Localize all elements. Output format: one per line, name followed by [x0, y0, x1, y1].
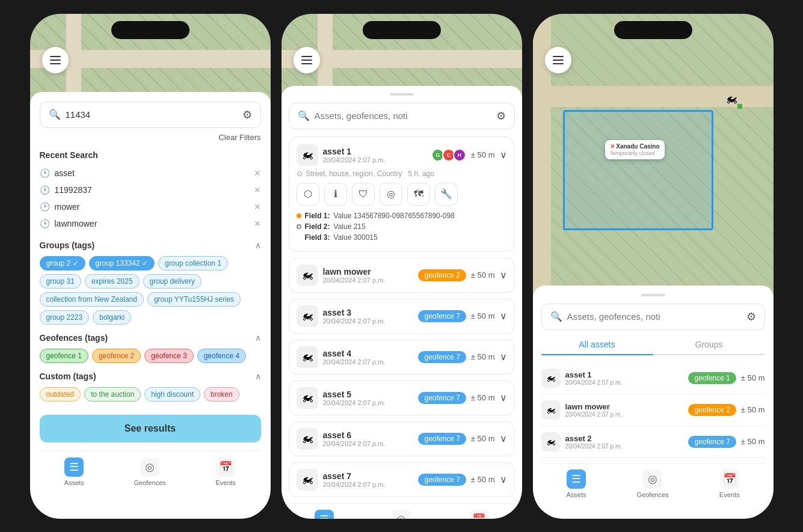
tag-group-collection1[interactable]: group collection 1 — [158, 256, 228, 271]
mini-name-lawnmower: lawn mower — [565, 402, 623, 411]
search-input-1[interactable] — [66, 109, 238, 120]
asset5-name: asset 5 — [323, 390, 386, 399]
asset6-expand[interactable]: ∨ — [500, 433, 507, 444]
nav-assets-label-1: Assets — [64, 479, 84, 486]
tag-collection-nz[interactable]: collection from New Zealand — [40, 292, 144, 307]
remove-recent-1[interactable]: ✕ — [254, 168, 261, 178]
tag-group-delivery[interactable]: group delivery — [143, 274, 202, 289]
action-target[interactable]: ◎ — [380, 183, 402, 206]
action-topology[interactable]: ⬡ — [297, 183, 319, 206]
groups-title: Groups (tags) — [40, 240, 95, 250]
nav-events-1[interactable]: 📅 Events — [215, 457, 236, 486]
lawnmower-geofence: geofence 2 — [418, 269, 466, 281]
nav-geofences-2[interactable]: ◎ Geofences — [386, 510, 417, 519]
remove-recent-3[interactable]: ✕ — [254, 202, 261, 212]
asset5-expand[interactable]: ∨ — [500, 392, 507, 403]
tag-expires2025[interactable]: expires 2025 — [85, 274, 140, 289]
field-row-2: Field 2: Value 215 — [297, 222, 507, 231]
asset1-expand[interactable]: ∨ — [500, 149, 507, 161]
clear-filters-btn[interactable]: Clear Filters — [40, 133, 261, 142]
custom-tags: outdated to the auction high discount br… — [40, 387, 261, 402]
result-asset5: 🏍 asset 5 20/04/2024 2:07 p.m. geofence … — [289, 381, 515, 415]
asset3-expand[interactable]: ∨ — [500, 310, 507, 322]
action-wrench[interactable]: 🔧 — [435, 183, 458, 206]
pull-handle-2 — [390, 93, 414, 96]
nav-events-icon-1: 📅 — [216, 457, 235, 477]
nav-events-3[interactable]: 📅 Events — [719, 469, 740, 498]
groups-section-header: Groups (tags) ∧ — [40, 240, 261, 250]
nav-events-2[interactable]: 📅 Events — [469, 510, 489, 519]
tag-group133342[interactable]: group 133342 ✓ — [89, 256, 155, 271]
tag-broken[interactable]: broken — [204, 387, 239, 402]
menu-button-2[interactable] — [294, 47, 320, 73]
geofences-chevron[interactable]: ∧ — [255, 333, 261, 343]
tag-geofence2[interactable]: geofence 2 — [92, 349, 141, 363]
tag-high-discount[interactable]: high discount — [144, 387, 200, 402]
tag-bolgarki[interactable]: bolgarki — [93, 310, 131, 325]
mini-accuracy-lawnmower: ± 50 m — [741, 405, 765, 414]
tab-groups[interactable]: Groups — [653, 335, 765, 354]
search-input-2[interactable] — [315, 111, 491, 121]
nav-assets-3[interactable]: ☰ Assets — [567, 469, 586, 498]
asset3-icon: 🏍 — [297, 305, 318, 327]
filter-icon-1[interactable]: ⚙ — [242, 108, 252, 121]
menu-button-3[interactable] — [545, 47, 571, 73]
action-shield[interactable]: 🛡 — [352, 183, 375, 206]
custom-chevron[interactable]: ∧ — [255, 371, 261, 381]
mini-icon-asset2: 🏍 — [541, 432, 561, 451]
tab-all-assets[interactable]: All assets — [541, 335, 653, 355]
asset7-geofence: geofence 7 — [418, 474, 466, 486]
nav-events-icon-2: 📅 — [469, 510, 488, 519]
bottom-nav-2: ☰ Assets ◎ Geofences 📅 Events — [289, 503, 515, 519]
asset7-expand[interactable]: ∨ — [500, 474, 507, 485]
bottom-search-panel: 🔍 ⚙ All assets Groups 🏍 asset 1 20/04/20… — [533, 286, 774, 519]
hamburger-icon-2 — [301, 56, 312, 64]
field2-label: Field 2: — [305, 222, 330, 231]
nav-assets-icon-2: ☰ — [315, 510, 334, 519]
tag-outdated[interactable]: outdated — [40, 387, 81, 402]
search-input-3[interactable] — [567, 311, 742, 322]
nav-geofences-3[interactable]: ◎ Geofences — [637, 469, 669, 498]
result-asset3: 🏍 asset 3 20/04/2024 2:07 p.m. geofence … — [289, 299, 515, 334]
remove-recent-4[interactable]: ✕ — [254, 219, 261, 228]
action-info[interactable]: ℹ — [324, 183, 347, 206]
filter-icon-2[interactable]: ⚙ — [496, 109, 506, 123]
tag-group2223[interactable]: group 2223 — [40, 310, 90, 325]
tag-group-yy[interactable]: group YYTu155HJ series — [147, 292, 241, 307]
nav-assets-icon-1: ☰ — [64, 457, 84, 477]
tag-geofence4[interactable]: geofence 4 — [197, 349, 246, 363]
location-time: 5 h. ago — [408, 170, 434, 178]
recent-item-11992837: 🕐 11992837 ✕ — [40, 182, 261, 198]
search-bar-3: 🔍 ⚙ — [541, 304, 765, 330]
tag-group2[interactable]: group 2 ✓ — [40, 256, 85, 271]
asset4-name: asset 4 — [323, 349, 386, 358]
nav-assets-1[interactable]: ☰ Assets — [64, 457, 84, 486]
location-dot-icon: ⊙ — [297, 170, 303, 178]
nav-assets-2[interactable]: ☰ Assets — [314, 510, 334, 519]
asset1-location: ⊙ Street, house, region, Country 5 h. ag… — [297, 170, 507, 178]
nav-events-label-1: Events — [215, 479, 236, 486]
nav-assets-label-3: Assets — [567, 491, 586, 498]
asset3-date: 20/04/2024 2:07 p.m. — [323, 317, 386, 325]
tag-geofence1[interactable]: geofence 1 — [40, 349, 88, 363]
menu-button-1[interactable] — [42, 47, 69, 73]
phone-notch-3 — [614, 21, 692, 39]
tag-geofence3[interactable]: geofence 3 — [144, 349, 193, 363]
asset4-expand[interactable]: ∨ — [500, 351, 507, 362]
asset3-geofence: geofence 7 — [418, 310, 466, 322]
remove-recent-2[interactable]: ✕ — [254, 185, 261, 195]
search-icon-3: 🔍 — [550, 311, 562, 322]
filter-icon-3[interactable]: ⚙ — [746, 310, 756, 323]
tag-group31[interactable]: group 31 — [40, 274, 81, 289]
bottom-nav-1: ☰ Assets ◎ Geofences 📅 Events — [40, 451, 261, 498]
nav-geofences-1[interactable]: ◎ Geofences — [134, 457, 166, 486]
see-results-button[interactable]: See results — [40, 415, 261, 442]
lawnmower-expand[interactable]: ∨ — [500, 269, 507, 281]
asset7-name: asset 7 — [323, 471, 386, 481]
action-route[interactable]: 🗺 — [407, 183, 430, 206]
mini-result-lawnmower: 🏍 lawn mower 20/04/2024 2:07 p.m. geofen… — [541, 394, 765, 426]
groups-chevron[interactable]: ∧ — [255, 240, 261, 250]
tag-auction[interactable]: to the auction — [84, 387, 141, 402]
mini-date-lawnmower: 20/04/2024 2:07 p.m. — [565, 411, 623, 418]
asset5-geofence: geofence 7 — [418, 392, 466, 404]
